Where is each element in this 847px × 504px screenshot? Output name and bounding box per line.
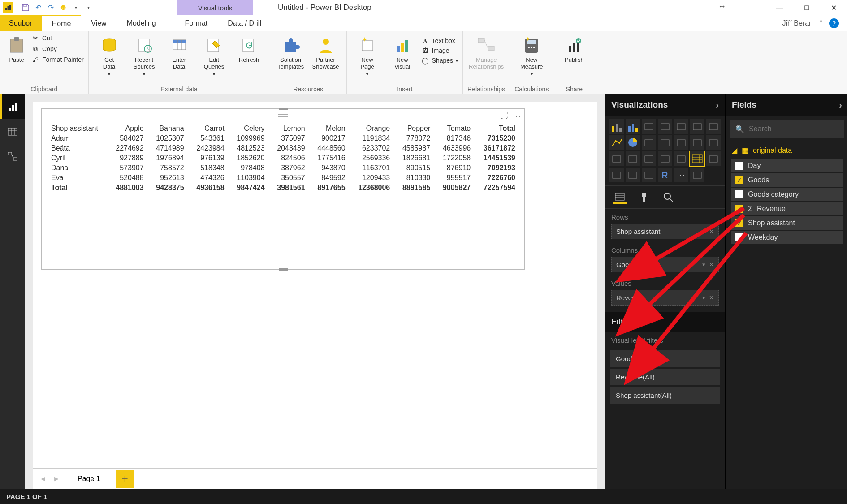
remove-icon[interactable]: ✕ <box>709 294 714 301</box>
tab-data-drill[interactable]: Data / Drill <box>218 15 272 31</box>
checkbox-icon[interactable] <box>735 190 743 198</box>
viz-type-icon[interactable] <box>658 151 672 166</box>
text-box-button[interactable]: 𝐀Text box <box>421 37 458 45</box>
tab-home[interactable]: Home <box>42 15 82 31</box>
close-button[interactable]: ✕ <box>820 0 847 15</box>
collapse-icon[interactable]: ◢ <box>732 146 737 155</box>
field-row[interactable]: ✓Shop assistant <box>731 216 843 230</box>
fields-panel-header[interactable]: Fields › <box>726 94 847 116</box>
viz-type-icon[interactable] <box>642 151 656 166</box>
focus-mode-icon[interactable]: ⛶ <box>500 111 508 121</box>
drag-handle-icon[interactable] <box>278 114 288 117</box>
analytics-tab-icon[interactable] <box>661 190 675 204</box>
edit-queries-button[interactable]: Edit Queries▾ <box>198 34 230 77</box>
viz-type-icon[interactable] <box>642 135 656 150</box>
viz-type-icon[interactable] <box>626 168 640 182</box>
fields-tab-icon[interactable] <box>613 190 627 204</box>
chevron-right-icon[interactable]: › <box>716 100 719 110</box>
qat-dropdown-icon[interactable]: ▾ <box>71 3 81 13</box>
viz-type-icon[interactable] <box>626 151 640 166</box>
viz-type-icon[interactable] <box>658 135 672 150</box>
tab-file[interactable]: Soubor <box>0 15 42 31</box>
viz-type-icon[interactable] <box>674 135 688 150</box>
resize-handle-bottom[interactable] <box>279 268 288 271</box>
new-page-button[interactable]: ✦New Page▾ <box>351 34 384 77</box>
viz-type-icon[interactable] <box>690 151 704 166</box>
resize-handle-icon[interactable]: ↔ <box>718 2 726 11</box>
filter-item[interactable]: Revenue(All) <box>610 369 720 385</box>
user-name[interactable]: Jiří Beran <box>782 19 813 27</box>
checkbox-checked-icon[interactable]: ✓ <box>735 219 743 227</box>
values-item[interactable]: Revenue▾✕ <box>611 290 719 306</box>
field-row[interactable]: Goods category <box>731 188 843 201</box>
tab-view[interactable]: View <box>81 15 117 31</box>
contextual-tab-visual-tools[interactable]: Visual tools <box>177 0 253 15</box>
viz-type-icon[interactable] <box>706 135 721 150</box>
viz-type-icon[interactable] <box>609 168 624 182</box>
viz-type-icon[interactable] <box>658 119 672 134</box>
maximize-button[interactable]: □ <box>793 0 820 15</box>
chevron-down-icon[interactable]: ▾ <box>702 228 705 235</box>
tab-modeling[interactable]: Modeling <box>117 15 166 31</box>
format-painter-button[interactable]: 🖌Format Painter <box>31 56 84 64</box>
filters-header[interactable]: Filters <box>605 312 725 332</box>
chevron-right-icon[interactable]: › <box>839 100 842 110</box>
solution-templates-button[interactable]: Solution Templates <box>275 34 307 70</box>
viz-type-icon[interactable] <box>706 119 721 134</box>
report-view-button[interactable] <box>0 94 25 119</box>
viz-type-icon[interactable] <box>626 135 640 150</box>
shapes-button[interactable]: ◯Shapes ▾ <box>421 56 458 65</box>
viz-type-icon[interactable] <box>690 119 704 134</box>
report-canvas[interactable]: ⛶ ⋯ Shop assistantAppleBananaCarrotCeler… <box>33 102 597 468</box>
redo-icon[interactable]: ↷ <box>46 3 56 13</box>
checkbox-icon[interactable] <box>735 233 743 241</box>
viz-type-icon[interactable] <box>690 135 704 150</box>
save-icon[interactable] <box>21 3 30 13</box>
rows-item[interactable]: Shop assistant▾✕ <box>611 224 719 239</box>
format-tab-icon[interactable] <box>637 190 651 204</box>
copy-button[interactable]: ⧉Copy <box>31 45 84 53</box>
field-row[interactable]: ✓Goods <box>731 173 843 187</box>
smiley-icon[interactable]: ☻ <box>58 3 68 13</box>
chevron-down-icon[interactable]: ▾ <box>702 261 705 268</box>
search-input[interactable] <box>749 125 838 133</box>
minimize-button[interactable]: — <box>766 0 793 15</box>
viz-type-icon[interactable] <box>609 119 624 134</box>
model-view-button[interactable] <box>0 144 25 169</box>
refresh-button[interactable]: Refresh <box>233 34 265 77</box>
manage-relationships-button[interactable]: Manage Relationships <box>470 34 502 70</box>
viz-panel-header[interactable]: Visualizations › <box>605 94 725 116</box>
fields-search[interactable]: 🔍 <box>730 120 844 138</box>
viz-type-icon[interactable]: R <box>658 168 672 182</box>
field-row[interactable]: Weekday <box>731 231 843 244</box>
more-options-icon[interactable]: ⋯ <box>513 111 521 121</box>
viz-type-icon[interactable] <box>706 151 721 166</box>
image-button[interactable]: 🖼Image <box>421 47 458 55</box>
viz-type-icon[interactable] <box>609 151 624 166</box>
tab-format[interactable]: Format <box>175 15 218 31</box>
columns-item[interactable]: Goods▾✕ <box>611 257 719 272</box>
enter-data-button[interactable]: Enter Data <box>163 34 195 77</box>
collapse-ribbon-icon[interactable]: ˄ <box>819 19 823 27</box>
viz-type-icon[interactable] <box>674 151 688 166</box>
publish-button[interactable]: Publish <box>558 34 590 63</box>
page-prev-button[interactable]: ◄ <box>38 474 48 484</box>
viz-type-icon[interactable] <box>609 135 624 150</box>
help-icon[interactable]: ? <box>829 18 839 28</box>
qat-customize-icon[interactable]: ▾ <box>83 3 93 13</box>
checkbox-icon[interactable] <box>735 162 743 170</box>
remove-icon[interactable]: ✕ <box>709 261 714 268</box>
recent-sources-button[interactable]: Recent Sources▾ <box>128 34 160 77</box>
checkbox-checked-icon[interactable]: ✓ <box>735 176 743 184</box>
matrix-visual[interactable]: ⛶ ⋯ Shop assistantAppleBananaCarrotCeler… <box>41 108 525 270</box>
table-node[interactable]: ◢ ▦ original data <box>726 142 847 158</box>
viz-type-icon[interactable]: ⋯ <box>674 168 688 182</box>
new-visual-button[interactable]: New Visual <box>386 34 419 77</box>
viz-type-icon[interactable] <box>626 119 640 134</box>
add-page-button[interactable]: + <box>116 470 134 488</box>
undo-icon[interactable]: ↶ <box>33 3 43 13</box>
checkbox-checked-icon[interactable]: ✓ <box>735 205 743 213</box>
get-data-button[interactable]: Get Data▾ <box>93 34 125 77</box>
data-view-button[interactable] <box>0 119 25 144</box>
chevron-down-icon[interactable]: ▾ <box>702 294 705 301</box>
